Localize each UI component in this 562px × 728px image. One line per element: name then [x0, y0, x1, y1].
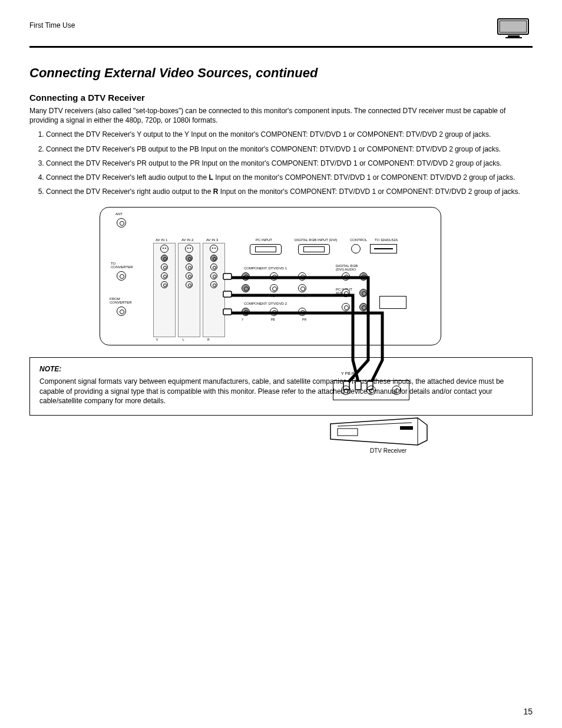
- misc-port: [379, 296, 406, 309]
- comp2-pb: [270, 308, 278, 316]
- av1-r: [161, 281, 168, 288]
- av3-video: [210, 255, 217, 262]
- dtv-receiver-group: Y PB PR DTV Receiver: [329, 372, 447, 454]
- rear-panel-diagram: ANT TO CONVERTER FROM CONVERTER AV IN 1 …: [100, 207, 462, 345]
- label-control: CONTROL: [350, 238, 367, 242]
- label-comp2: COMPONENT: DTV/DVD 2: [244, 302, 287, 305]
- label-dtv-strip: Y PB PR: [341, 371, 358, 375]
- step-3: Connect the DTV Receiver's PR output to …: [46, 159, 533, 168]
- dtv-receiver-icon: [329, 413, 429, 446]
- note-body: Component signal formats vary between eq…: [39, 377, 523, 406]
- intro-section: Connecting a DTV Receiver Many DTV recei…: [29, 93, 533, 196]
- av3-l: [210, 263, 217, 271]
- svg-rect-2: [508, 35, 520, 37]
- label-monitor-r: R: [207, 338, 210, 341]
- step-5: Connect the DTV Receiver's right audio o…: [46, 187, 533, 196]
- label-from-converter: FROM CONVERTER: [110, 297, 132, 304]
- av3-r: [210, 281, 217, 288]
- label-pb2: PB: [271, 318, 275, 321]
- dvi-audio-l: [342, 272, 350, 281]
- label-comp1: COMPONENT: DTV/DVD 1: [244, 266, 287, 270]
- label-av2: AV IN 2: [181, 238, 193, 242]
- jack-to-converter: [117, 271, 126, 281]
- label-monitor-out-l: V: [156, 338, 158, 341]
- header-rule: [29, 46, 533, 48]
- comp1-row1-pb: [270, 272, 278, 281]
- step-4a: Connect the DTV Receiver's left audio ou…: [46, 173, 209, 182]
- dvi-audio-r: [359, 272, 368, 281]
- mon-audio-r: [359, 303, 368, 311]
- av1-l: [161, 263, 168, 271]
- pc-port: [250, 244, 282, 255]
- label-to-converter: TO CONVERTER: [111, 262, 133, 269]
- av1-column: [153, 243, 176, 337]
- step-5c: Input on the monitor's COMPONENT: DTV/DV…: [218, 187, 520, 196]
- av2-video: [186, 255, 193, 262]
- step-5a: Connect the DTV Receiver's right audio o…: [46, 187, 213, 196]
- page-number: 15: [523, 707, 533, 716]
- av2-l: [186, 263, 193, 271]
- service-slot: [370, 244, 397, 253]
- breadcrumb: First Time Use: [29, 18, 533, 29]
- label-ant: ANT: [115, 212, 123, 216]
- jack-ant: [117, 218, 126, 228]
- label-dvi-input: DIGITAL RGB INPUT (DVI): [295, 238, 338, 242]
- step-4c: Input on the monitor's COMPONENT: DTV/DV…: [213, 173, 515, 182]
- av1-y: [161, 272, 168, 279]
- label-monitor-l: L: [183, 338, 184, 341]
- comp2-y: [242, 308, 250, 316]
- pc-audio-l: [342, 289, 350, 297]
- note-heading: NOTE:: [39, 365, 523, 373]
- jack-from-converter: [117, 307, 126, 316]
- component2-block: Y PB PR: [242, 308, 306, 337]
- label-y1: Y: [242, 294, 243, 298]
- av1-video: [161, 255, 168, 262]
- label-pc-input: PC INPUT: [256, 238, 272, 242]
- page-title: Connecting External Video Sources, conti…: [29, 65, 533, 81]
- note-box: NOTE: Component signal formats vary betw…: [29, 357, 533, 416]
- label-pb1: PB: [271, 294, 275, 298]
- label-pr1: PR: [302, 294, 306, 298]
- comp1-y: [242, 284, 250, 292]
- av2-r: [186, 281, 193, 288]
- dtv-pr-jack: [392, 386, 401, 395]
- dvi-port: [298, 244, 330, 255]
- svg-rect-3: [505, 37, 522, 38]
- av2-svideo: [185, 245, 193, 253]
- label-dtv-receiver: DTV Receiver: [329, 447, 447, 454]
- tv-monitor-icon: [497, 18, 533, 39]
- step-1: Connect the DTV Receiver's Y output to t…: [46, 130, 533, 139]
- label-av1: AV IN 1: [156, 238, 167, 242]
- step-2: Connect the DTV Receiver's PB output to …: [46, 144, 533, 154]
- pc-audio-r: [359, 289, 368, 297]
- av3-y: [210, 272, 217, 279]
- diagram-container: ANT TO CONVERTER FROM CONVERTER AV IN 1 …: [29, 207, 533, 345]
- intro-heading: Connecting a DTV Receiver: [29, 93, 533, 103]
- label-dvi-audio: DIGITAL RGB (DVI) AUDIO: [336, 264, 358, 271]
- av3-column: [203, 243, 225, 337]
- comp1-row1-pr: [298, 272, 306, 281]
- av1-svideo: [160, 245, 168, 253]
- dtv-y-jack: [341, 386, 351, 395]
- label-pr2: PR: [302, 318, 306, 321]
- comp1-pb: [270, 284, 278, 292]
- rear-panel: ANT TO CONVERTER FROM CONVERTER AV IN 1 …: [100, 207, 441, 345]
- control-port: [351, 244, 361, 253]
- dtv-rca-strip: [333, 380, 409, 400]
- mon-audio-l: [342, 303, 350, 311]
- steps-list: Connect the DTV Receiver's Y output to t…: [46, 130, 533, 196]
- title-continued: continued: [256, 65, 318, 80]
- dtv-pb-jack: [366, 386, 376, 395]
- comp1-row1-y: [242, 272, 250, 281]
- title-main: Connecting External Video Sources,: [29, 65, 252, 80]
- intro-paragraph: Many DTV receivers (also called "set-top…: [29, 106, 533, 125]
- label-service: TO 32HDL52A: [375, 238, 398, 242]
- step-4b: L: [209, 173, 213, 182]
- av3-svideo: [210, 245, 218, 253]
- label-av3: AV IN 3: [206, 238, 218, 242]
- page-header: First Time Use: [29, 18, 533, 41]
- av2-y: [186, 272, 193, 279]
- step-4: Connect the DTV Receiver's left audio ou…: [46, 173, 533, 182]
- audio-block: DIGITAL RGB (DVI) AUDIO PC INPUT AUDIO: [337, 272, 372, 319]
- svg-rect-12: [400, 426, 413, 430]
